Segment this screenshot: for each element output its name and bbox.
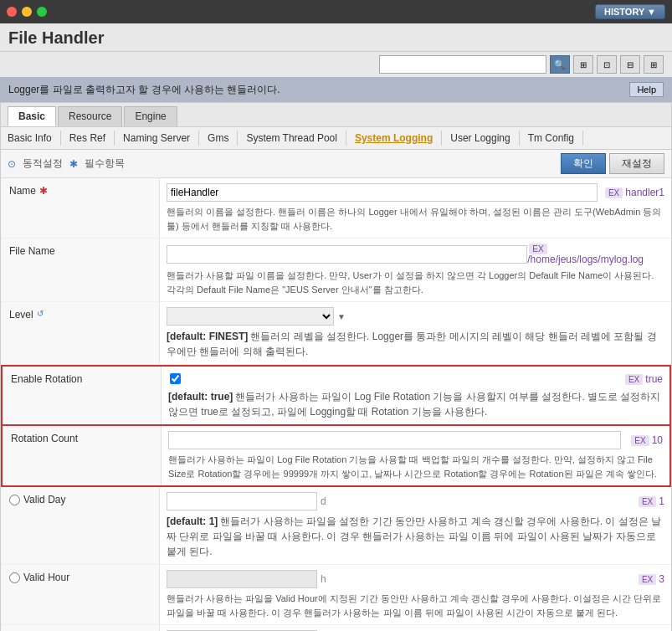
app-title: File Handler bbox=[8, 28, 104, 47]
enable-rotation-desc: [default: true] 핸들러가 사용하는 파일이 Log File R… bbox=[168, 389, 663, 419]
rotation-count-row: Rotation Count EX 10 핸들러가 사용하는 파일이 Log F… bbox=[1, 426, 671, 487]
description-text: Logger를 파일로 출력하고자 할 경우에 사용하는 핸들러이다. bbox=[8, 83, 280, 97]
valid-hour-ex-badge: EX bbox=[639, 574, 656, 585]
rotation-count-desc: 핸들러가 사용하는 파일이 Log File Rotation 기능을 사용할 … bbox=[168, 453, 663, 480]
window-controls bbox=[7, 7, 47, 17]
enable-rotation-label-text: Enable Rotation bbox=[11, 373, 82, 385]
rotation-count-example: EX 10 bbox=[629, 434, 663, 446]
enable-rotation-ex-badge: EX bbox=[625, 374, 643, 385]
search-button[interactable]: 🔍 bbox=[550, 55, 570, 74]
valid-hour-radio-label: Valid Hour bbox=[9, 572, 69, 583]
valid-day-label: Valid Day bbox=[1, 487, 160, 564]
level-value: FINEST FINE INFO WARNING SEVERE ▼ [defau… bbox=[160, 302, 671, 364]
reset-button[interactable]: 재설정 bbox=[609, 153, 664, 174]
name-desc: 핸들러의 이름을 설정한다. 핸들러 이름은 하나의 Logger 내에서 유일… bbox=[167, 205, 664, 233]
tool-button-2[interactable]: ⊡ bbox=[597, 55, 617, 74]
name-label-text: Name bbox=[9, 185, 36, 197]
name-label: Name ✱ bbox=[1, 178, 160, 238]
subnav-system-logging[interactable]: System Logging bbox=[346, 131, 442, 146]
subnav-basic-info[interactable]: Basic Info bbox=[8, 131, 61, 146]
form-area: Name ✱ EX handler1 핸들러의 이름을 설정한다. 핸들러 이름… bbox=[1, 178, 671, 631]
description-bar: Logger를 파일로 출력하고자 할 경우에 사용하는 핸들러이다. Help bbox=[0, 77, 672, 102]
name-ex-badge: EX bbox=[605, 187, 623, 198]
search-bar: 🔍 ⊞ ⊡ ⊟ ⊞ bbox=[0, 52, 672, 77]
dynamic-icon: ⊙ bbox=[8, 158, 16, 170]
enable-rotation-label: Enable Rotation bbox=[3, 367, 162, 424]
action-left: ⊙ 동적설정 ✱ 필수항목 bbox=[8, 156, 125, 171]
name-value: EX handler1 핸들러의 이름을 설정한다. 핸들러 이름은 하나의 L… bbox=[160, 178, 671, 238]
tab-resource[interactable]: Resource bbox=[58, 106, 122, 126]
subnav-system-thread-pool[interactable]: System Thread Pool bbox=[238, 131, 346, 146]
filename-value: EX /home/jeus/logs/mylog.log 핸들러가 사용할 파일… bbox=[160, 239, 671, 301]
action-bar: ⊙ 동적설정 ✱ 필수항목 확인 재설정 bbox=[1, 150, 671, 178]
top-bar: HISTORY ▼ bbox=[0, 0, 672, 23]
filename-desc: 핸들러가 사용할 파일 이름을 설정한다. 만약, User가 이 설정을 하지… bbox=[167, 269, 664, 296]
level-dropdown-arrow: ▼ bbox=[337, 312, 346, 321]
valid-hour-input[interactable] bbox=[167, 570, 317, 588]
subnav-naming-server[interactable]: Naming Server bbox=[115, 131, 199, 146]
valid-hour-value: h EX 3 핸들러가 사용하는 파일을 Valid Hour에 지정된 기간 … bbox=[160, 565, 671, 624]
tab-bar: Basic Resource Engine bbox=[1, 103, 671, 127]
subnav-user-logging[interactable]: User Logging bbox=[442, 131, 519, 146]
valid-day-label-text: Valid Day bbox=[23, 494, 65, 505]
enable-rotation-example: EX true bbox=[623, 373, 663, 385]
search-input[interactable] bbox=[379, 55, 546, 74]
help-button[interactable]: Help bbox=[629, 82, 664, 97]
rotation-count-input[interactable] bbox=[168, 431, 621, 449]
enable-rotation-value: EX true [default: true] 핸들러가 사용하는 파일이 Lo… bbox=[162, 367, 669, 424]
maximize-button[interactable] bbox=[37, 7, 47, 17]
valid-hour-row: Valid Hour h EX 3 핸들러가 사용하는 파일을 Valid Ho… bbox=[1, 565, 671, 625]
name-input[interactable] bbox=[167, 183, 598, 202]
subnav-res-ref[interactable]: Res Ref bbox=[61, 131, 115, 146]
valid-hour-label: Valid Hour bbox=[1, 565, 160, 624]
level-label-text: Level bbox=[9, 309, 33, 321]
title-area: File Handler bbox=[0, 23, 672, 52]
valid-hour-desc: 핸들러가 사용하는 파일을 Valid Hour에 지정된 기간 동안만 사용하… bbox=[167, 592, 664, 619]
filename-input[interactable] bbox=[167, 245, 527, 264]
valid-day-unit: d bbox=[321, 495, 326, 507]
main-content: Basic Resource Engine Basic Info Res Ref… bbox=[0, 102, 672, 631]
valid-day-example: EX 1 bbox=[637, 495, 664, 507]
subnav-tm-config[interactable]: Tm Config bbox=[520, 131, 583, 146]
valid-hour-label-text: Valid Hour bbox=[23, 572, 69, 583]
valid-day-radio[interactable] bbox=[9, 495, 20, 505]
valid-day-row: Valid Day d EX 1 [default: 1] 핸들러가 사용 bbox=[1, 487, 671, 565]
level-refresh-icon[interactable]: ↺ bbox=[37, 309, 44, 318]
minimize-button[interactable] bbox=[22, 7, 32, 17]
enable-rotation-row: Enable Rotation EX true [default: true] … bbox=[1, 365, 671, 426]
valid-size-row: Valid Size kbyte EX 1024 핸들러가 사용하는 파일이 V… bbox=[1, 625, 671, 631]
dynamic-label: 동적설정 bbox=[23, 156, 63, 171]
enable-rotation-checkbox[interactable] bbox=[170, 373, 181, 384]
filename-row: File Name EX /home/jeus/logs/mylog.log 핸… bbox=[1, 239, 671, 302]
subnav-gms[interactable]: Gms bbox=[199, 131, 238, 146]
rotation-count-ex-badge: EX bbox=[631, 435, 649, 446]
required-icon: ✱ bbox=[69, 158, 78, 170]
valid-hour-unit: h bbox=[321, 573, 326, 585]
rotation-count-label: Rotation Count bbox=[3, 426, 162, 485]
valid-day-ex-badge: EX bbox=[639, 496, 656, 507]
filename-example: EX /home/jeus/logs/mylog.log bbox=[527, 244, 664, 265]
valid-size-label: Valid Size bbox=[1, 625, 160, 631]
valid-hour-radio[interactable] bbox=[9, 572, 20, 583]
required-label: 필수항목 bbox=[85, 156, 125, 171]
level-desc-default: [default: FINEST] bbox=[167, 331, 248, 342]
tab-engine[interactable]: Engine bbox=[124, 106, 177, 126]
tool-button-4[interactable]: ⊞ bbox=[644, 55, 664, 74]
sub-navigation: Basic Info Res Ref Naming Server Gms Sys… bbox=[1, 127, 671, 150]
rotation-count-label-text: Rotation Count bbox=[11, 433, 78, 444]
valid-day-desc: [default: 1] 핸들러가 사용하는 파일을 설정한 기간 동안만 사용… bbox=[167, 514, 664, 559]
tool-button-3[interactable]: ⊟ bbox=[620, 55, 640, 74]
tab-basic[interactable]: Basic bbox=[8, 106, 56, 126]
rotation-count-value: EX 10 핸들러가 사용하는 파일이 Log File Rotation 기능… bbox=[162, 426, 669, 485]
name-required: ✱ bbox=[39, 185, 48, 197]
level-select[interactable]: FINEST FINE INFO WARNING SEVERE bbox=[167, 307, 334, 326]
valid-day-input[interactable] bbox=[167, 492, 317, 510]
valid-size-value: kbyte EX 1024 핸들러가 사용하는 파일이 Valid Size에 … bbox=[160, 625, 671, 631]
level-label: Level ↺ bbox=[1, 302, 160, 364]
tool-button-1[interactable]: ⊞ bbox=[573, 55, 593, 74]
history-button[interactable]: HISTORY ▼ bbox=[595, 4, 665, 19]
valid-day-radio-label: Valid Day bbox=[9, 494, 65, 505]
filename-label-text: File Name bbox=[9, 245, 55, 257]
close-button[interactable] bbox=[7, 7, 17, 17]
confirm-button[interactable]: 확인 bbox=[561, 153, 606, 174]
